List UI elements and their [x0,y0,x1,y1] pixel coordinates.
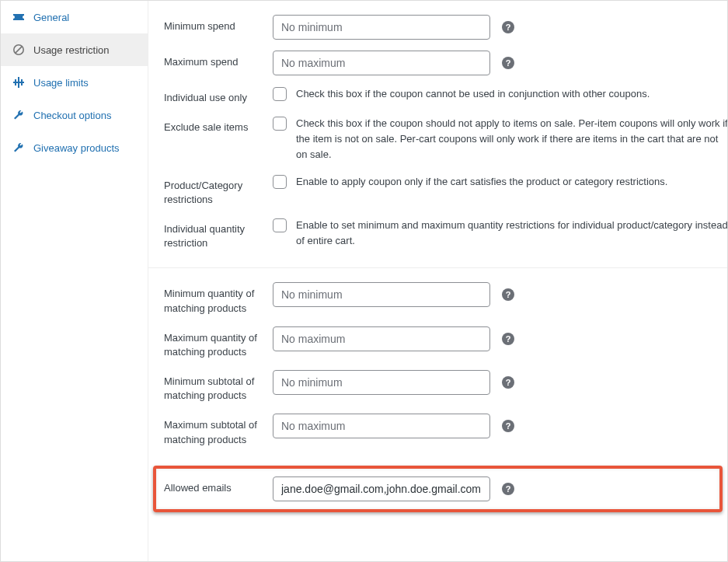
min-qty-input[interactable] [273,282,490,307]
field-min-subtotal-matching: Minimum subtotal of matching products ? [164,370,712,403]
field-max-subtotal-matching: Maximum subtotal of matching products ? [164,414,712,446]
settings-tabs-sidebar: General Usage restriction Usage limits C… [1,1,148,561]
section-matching-products: Minimum quantity of matching products ? … [148,267,727,461]
sidebar-item-label: Usage limits [33,77,89,89]
ban-icon [12,43,26,57]
sidebar-item-general[interactable]: General [1,1,148,33]
field-product-category-restrictions: Product/Category restrictions Enable to … [164,174,712,207]
sidebar-item-label: Checkout options [33,110,111,121]
svg-text:?: ? [506,483,511,493]
svg-text:?: ? [506,58,511,68]
field-label: Maximum spend [164,51,273,69]
svg-text:?: ? [506,290,511,299]
individual-use-checkbox[interactable] [273,87,287,101]
field-label: Individual use only [164,86,273,105]
field-label: Minimum spend [164,15,273,33]
field-label: Allowed emails [164,476,273,495]
sidebar-item-usage-restriction[interactable]: Usage restriction [1,33,148,66]
help-icon[interactable]: ? [501,20,515,34]
help-icon[interactable]: ? [501,288,515,302]
field-maximum-spend: Maximum spend ? [164,51,712,75]
minimum-spend-input[interactable] [273,15,490,40]
field-label: Product/Category restrictions [164,174,273,207]
coupon-settings-panel: General Usage restriction Usage limits C… [0,0,728,562]
svg-text:?: ? [506,23,511,32]
field-individual-quantity-restriction: Individual quantity restriction Enable t… [164,218,712,250]
help-icon[interactable]: ? [501,56,515,70]
sidebar-item-label: Giveaway products [33,142,120,154]
limits-icon [12,75,26,89]
form-content: Minimum spend ? Maximum spend ? Individu… [148,1,727,561]
field-description: Enable to apply coupon only if the cart … [296,174,667,190]
help-icon[interactable]: ? [501,375,515,389]
field-label: Exclude sale items [164,116,273,134]
wrench-icon [12,141,26,155]
field-label: Minimum quantity of matching products [164,282,273,315]
help-icon[interactable]: ? [501,482,515,496]
field-min-qty-matching: Minimum quantity of matching products ? [164,282,712,315]
field-label: Minimum subtotal of matching products [164,370,273,403]
svg-text:?: ? [506,378,511,387]
maximum-spend-input[interactable] [273,51,490,75]
help-icon[interactable]: ? [501,419,515,433]
field-minimum-spend: Minimum spend ? [164,15,712,40]
field-individual-use: Individual use only Check this box if th… [164,86,712,105]
highlighted-allowed-emails: Allowed emails ? [153,466,723,512]
section-spend-restrictions: Minimum spend ? Maximum spend ? Individu… [148,1,727,264]
field-description: Check this box if the coupon cannot be u… [296,86,650,102]
field-allowed-emails: Allowed emails ? [164,476,712,501]
field-max-qty-matching: Maximum quantity of matching products ? [164,326,712,359]
svg-text:?: ? [506,421,511,431]
sidebar-item-label: General [33,12,69,23]
help-icon[interactable]: ? [501,332,515,346]
svg-line-1 [16,47,23,54]
field-label: Individual quantity restriction [164,218,273,250]
product-category-restrictions-checkbox[interactable] [273,175,287,189]
field-exclude-sale-items: Exclude sale items Check this box if the… [164,116,712,162]
field-description: Enable to set minimum and maximum quanti… [296,218,727,249]
field-label: Maximum subtotal of matching products [164,414,273,446]
sidebar-item-label: Usage restriction [33,44,110,56]
field-description: Check this box if the coupon should not … [296,116,727,162]
ticket-icon [12,10,26,24]
min-subtotal-input[interactable] [273,370,490,395]
exclude-sale-checkbox[interactable] [273,117,287,131]
max-subtotal-input[interactable] [273,414,490,438]
wrench-icon [12,108,26,122]
sidebar-item-checkout-options[interactable]: Checkout options [1,99,148,131]
field-label: Maximum quantity of matching products [164,326,273,359]
max-qty-input[interactable] [273,326,490,351]
sidebar-item-usage-limits[interactable]: Usage limits [1,66,148,99]
allowed-emails-input[interactable] [273,476,490,501]
individual-quantity-restriction-checkbox[interactable] [273,218,287,232]
sidebar-item-giveaway-products[interactable]: Giveaway products [1,131,148,164]
svg-text:?: ? [506,333,511,343]
